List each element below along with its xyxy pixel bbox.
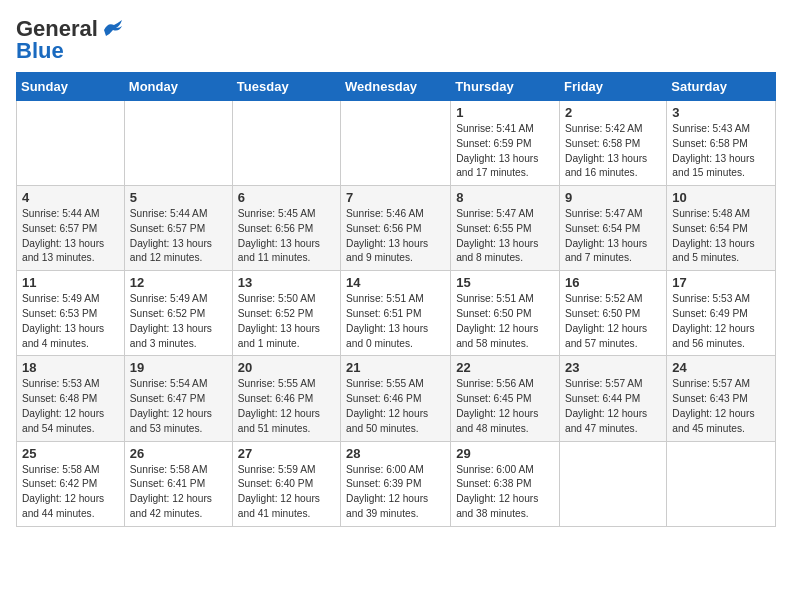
day-info: Sunrise: 5:58 AM Sunset: 6:42 PM Dayligh… (22, 463, 119, 522)
calendar-cell: 4Sunrise: 5:44 AM Sunset: 6:57 PM Daylig… (17, 186, 125, 271)
calendar-cell: 7Sunrise: 5:46 AM Sunset: 6:56 PM Daylig… (341, 186, 451, 271)
day-info: Sunrise: 5:55 AM Sunset: 6:46 PM Dayligh… (346, 377, 445, 436)
day-number: 21 (346, 360, 445, 375)
day-number: 1 (456, 105, 554, 120)
day-info: Sunrise: 6:00 AM Sunset: 6:38 PM Dayligh… (456, 463, 554, 522)
day-number: 2 (565, 105, 661, 120)
day-number: 28 (346, 446, 445, 461)
day-number: 6 (238, 190, 335, 205)
day-number: 27 (238, 446, 335, 461)
page-header: General Blue (16, 16, 776, 64)
logo-bird-icon (102, 20, 124, 38)
day-info: Sunrise: 5:55 AM Sunset: 6:46 PM Dayligh… (238, 377, 335, 436)
calendar-cell (667, 441, 776, 526)
day-number: 3 (672, 105, 770, 120)
day-number: 17 (672, 275, 770, 290)
calendar-cell: 16Sunrise: 5:52 AM Sunset: 6:50 PM Dayli… (560, 271, 667, 356)
calendar-cell: 9Sunrise: 5:47 AM Sunset: 6:54 PM Daylig… (560, 186, 667, 271)
day-number: 24 (672, 360, 770, 375)
calendar-table: SundayMondayTuesdayWednesdayThursdayFrid… (16, 72, 776, 527)
day-number: 5 (130, 190, 227, 205)
day-number: 16 (565, 275, 661, 290)
day-number: 8 (456, 190, 554, 205)
calendar-cell: 8Sunrise: 5:47 AM Sunset: 6:55 PM Daylig… (451, 186, 560, 271)
day-info: Sunrise: 5:57 AM Sunset: 6:43 PM Dayligh… (672, 377, 770, 436)
day-info: Sunrise: 5:42 AM Sunset: 6:58 PM Dayligh… (565, 122, 661, 181)
calendar-week-row: 25Sunrise: 5:58 AM Sunset: 6:42 PM Dayli… (17, 441, 776, 526)
calendar-cell: 25Sunrise: 5:58 AM Sunset: 6:42 PM Dayli… (17, 441, 125, 526)
day-info: Sunrise: 5:50 AM Sunset: 6:52 PM Dayligh… (238, 292, 335, 351)
calendar-cell: 19Sunrise: 5:54 AM Sunset: 6:47 PM Dayli… (124, 356, 232, 441)
day-info: Sunrise: 5:58 AM Sunset: 6:41 PM Dayligh… (130, 463, 227, 522)
day-number: 12 (130, 275, 227, 290)
calendar-cell: 29Sunrise: 6:00 AM Sunset: 6:38 PM Dayli… (451, 441, 560, 526)
calendar-cell: 5Sunrise: 5:44 AM Sunset: 6:57 PM Daylig… (124, 186, 232, 271)
day-number: 26 (130, 446, 227, 461)
day-info: Sunrise: 5:44 AM Sunset: 6:57 PM Dayligh… (22, 207, 119, 266)
day-number: 11 (22, 275, 119, 290)
calendar-cell (17, 101, 125, 186)
day-number: 9 (565, 190, 661, 205)
calendar-cell: 6Sunrise: 5:45 AM Sunset: 6:56 PM Daylig… (232, 186, 340, 271)
calendar-cell (124, 101, 232, 186)
day-number: 7 (346, 190, 445, 205)
day-info: Sunrise: 5:57 AM Sunset: 6:44 PM Dayligh… (565, 377, 661, 436)
day-number: 29 (456, 446, 554, 461)
day-info: Sunrise: 5:41 AM Sunset: 6:59 PM Dayligh… (456, 122, 554, 181)
calendar-cell: 17Sunrise: 5:53 AM Sunset: 6:49 PM Dayli… (667, 271, 776, 356)
day-of-week-header: Tuesday (232, 73, 340, 101)
day-number: 25 (22, 446, 119, 461)
day-number: 4 (22, 190, 119, 205)
calendar-cell: 1Sunrise: 5:41 AM Sunset: 6:59 PM Daylig… (451, 101, 560, 186)
calendar-cell: 20Sunrise: 5:55 AM Sunset: 6:46 PM Dayli… (232, 356, 340, 441)
calendar-week-row: 18Sunrise: 5:53 AM Sunset: 6:48 PM Dayli… (17, 356, 776, 441)
day-info: Sunrise: 6:00 AM Sunset: 6:39 PM Dayligh… (346, 463, 445, 522)
day-info: Sunrise: 5:47 AM Sunset: 6:54 PM Dayligh… (565, 207, 661, 266)
calendar-cell: 12Sunrise: 5:49 AM Sunset: 6:52 PM Dayli… (124, 271, 232, 356)
day-number: 10 (672, 190, 770, 205)
day-number: 13 (238, 275, 335, 290)
day-number: 15 (456, 275, 554, 290)
day-number: 22 (456, 360, 554, 375)
day-info: Sunrise: 5:45 AM Sunset: 6:56 PM Dayligh… (238, 207, 335, 266)
calendar-header-row: SundayMondayTuesdayWednesdayThursdayFrid… (17, 73, 776, 101)
day-info: Sunrise: 5:44 AM Sunset: 6:57 PM Dayligh… (130, 207, 227, 266)
day-number: 23 (565, 360, 661, 375)
day-info: Sunrise: 5:46 AM Sunset: 6:56 PM Dayligh… (346, 207, 445, 266)
calendar-cell: 15Sunrise: 5:51 AM Sunset: 6:50 PM Dayli… (451, 271, 560, 356)
calendar-cell: 22Sunrise: 5:56 AM Sunset: 6:45 PM Dayli… (451, 356, 560, 441)
calendar-cell: 11Sunrise: 5:49 AM Sunset: 6:53 PM Dayli… (17, 271, 125, 356)
day-info: Sunrise: 5:51 AM Sunset: 6:50 PM Dayligh… (456, 292, 554, 351)
calendar-cell (232, 101, 340, 186)
logo: General Blue (16, 16, 124, 64)
calendar-week-row: 11Sunrise: 5:49 AM Sunset: 6:53 PM Dayli… (17, 271, 776, 356)
calendar-cell (560, 441, 667, 526)
day-number: 14 (346, 275, 445, 290)
day-of-week-header: Thursday (451, 73, 560, 101)
day-info: Sunrise: 5:47 AM Sunset: 6:55 PM Dayligh… (456, 207, 554, 266)
calendar-cell: 3Sunrise: 5:43 AM Sunset: 6:58 PM Daylig… (667, 101, 776, 186)
calendar-cell: 26Sunrise: 5:58 AM Sunset: 6:41 PM Dayli… (124, 441, 232, 526)
day-info: Sunrise: 5:49 AM Sunset: 6:52 PM Dayligh… (130, 292, 227, 351)
day-info: Sunrise: 5:56 AM Sunset: 6:45 PM Dayligh… (456, 377, 554, 436)
day-number: 20 (238, 360, 335, 375)
calendar-week-row: 1Sunrise: 5:41 AM Sunset: 6:59 PM Daylig… (17, 101, 776, 186)
day-info: Sunrise: 5:53 AM Sunset: 6:48 PM Dayligh… (22, 377, 119, 436)
day-info: Sunrise: 5:54 AM Sunset: 6:47 PM Dayligh… (130, 377, 227, 436)
day-of-week-header: Wednesday (341, 73, 451, 101)
calendar-cell: 2Sunrise: 5:42 AM Sunset: 6:58 PM Daylig… (560, 101, 667, 186)
day-info: Sunrise: 5:53 AM Sunset: 6:49 PM Dayligh… (672, 292, 770, 351)
day-info: Sunrise: 5:48 AM Sunset: 6:54 PM Dayligh… (672, 207, 770, 266)
day-of-week-header: Monday (124, 73, 232, 101)
calendar-cell (341, 101, 451, 186)
day-of-week-header: Saturday (667, 73, 776, 101)
calendar-cell: 23Sunrise: 5:57 AM Sunset: 6:44 PM Dayli… (560, 356, 667, 441)
day-info: Sunrise: 5:52 AM Sunset: 6:50 PM Dayligh… (565, 292, 661, 351)
day-info: Sunrise: 5:59 AM Sunset: 6:40 PM Dayligh… (238, 463, 335, 522)
calendar-cell: 27Sunrise: 5:59 AM Sunset: 6:40 PM Dayli… (232, 441, 340, 526)
calendar-cell: 28Sunrise: 6:00 AM Sunset: 6:39 PM Dayli… (341, 441, 451, 526)
day-info: Sunrise: 5:43 AM Sunset: 6:58 PM Dayligh… (672, 122, 770, 181)
logo-blue: Blue (16, 38, 64, 64)
day-number: 18 (22, 360, 119, 375)
calendar-cell: 24Sunrise: 5:57 AM Sunset: 6:43 PM Dayli… (667, 356, 776, 441)
